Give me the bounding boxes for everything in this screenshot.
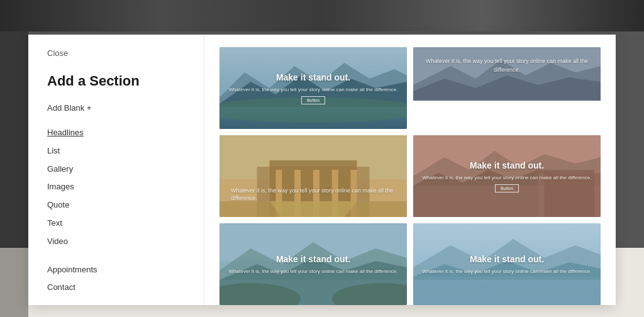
template-card-2[interactable]: Whatever it is, the way you tell your st… — [413, 47, 601, 129]
template-card-5[interactable]: Make it stand out. Whatever it is, the w… — [219, 223, 407, 305]
template-btn-1: Button — [301, 96, 325, 104]
template-image-3: Whatever it is, the way you tell your st… — [219, 135, 407, 217]
section-nav-list: Headlines List Gallery Images Quote Text… — [47, 124, 185, 297]
template-image-4: Make it stand out. Whatever it is, the w… — [413, 135, 601, 217]
template-text-1: Make it stand out. Whatever it is, the w… — [224, 67, 403, 109]
template-subtext-6: Whatever it is, the way you tell your st… — [423, 268, 592, 275]
template-subtext-1: Whatever it is, the way you tell your st… — [229, 86, 398, 93]
template-image-2: Whatever it is, the way you tell your st… — [413, 47, 601, 101]
template-headline-5: Make it stand out. — [229, 253, 398, 265]
bg-top-bar — [0, 0, 644, 31]
template-image-6: Make it stand out. Whatever it is, the w… — [413, 223, 601, 305]
template-text-5: Make it stand out. Whatever it is, the w… — [224, 248, 403, 279]
template-subtext-3: Whatever it is, the way you tell your st… — [231, 187, 402, 203]
sidebar-item-images[interactable]: Images — [47, 178, 185, 196]
sidebar-item-contact[interactable]: Contact — [47, 279, 185, 297]
template-headline-4: Make it stand out. — [423, 160, 592, 171]
template-image-1: Make it stand out. Whatever it is, the w… — [219, 47, 407, 129]
sidebar-item-video[interactable]: Video — [47, 233, 185, 251]
modal-title: Add a Section — [47, 73, 185, 89]
template-card-3[interactable]: Whatever it is, the way you tell your st… — [219, 135, 407, 217]
template-subtext-2: Whatever it is, the way you tell your st… — [418, 57, 596, 74]
template-subtext-4: Whatever it is, the way you tell your st… — [423, 174, 592, 181]
sidebar-item-quote[interactable]: Quote — [47, 196, 185, 214]
template-headline-1: Make it stand out. — [229, 72, 398, 83]
template-btn-4: Button — [495, 184, 519, 192]
sidebar-item-text[interactable]: Text — [47, 214, 185, 233]
sidebar-item-appointments[interactable]: Appointments — [47, 261, 185, 279]
close-button[interactable]: Close — [47, 48, 68, 58]
sidebar-item-list[interactable]: List — [47, 142, 185, 160]
sidebar-item-gallery[interactable]: Gallery — [47, 160, 185, 179]
template-text-4: Make it stand out. Whatever it is, the w… — [418, 155, 597, 197]
template-card-6[interactable]: Make it stand out. Whatever it is, the w… — [413, 223, 601, 305]
template-card-4[interactable]: Make it stand out. Whatever it is, the w… — [413, 135, 601, 217]
sidebar-item-headlines[interactable]: Headlines — [47, 124, 185, 142]
template-text-2: Whatever it is, the way you tell your st… — [413, 52, 601, 79]
template-card-1[interactable]: Make it stand out. Whatever it is, the w… — [219, 47, 407, 129]
add-blank-button[interactable]: Add Blank + — [47, 103, 185, 113]
template-text-6: Make it stand out. Whatever it is, the w… — [418, 248, 597, 279]
template-subtext-5: Whatever it is, the way you tell your st… — [229, 268, 398, 275]
template-text-3: Whatever it is, the way you tell your st… — [226, 182, 407, 208]
nav-divider — [47, 251, 185, 261]
templates-content-area: Make it stand out. Whatever it is, the w… — [204, 35, 616, 305]
templates-grid: Make it stand out. Whatever it is, the w… — [219, 47, 601, 305]
add-section-modal: Close Add a Section Add Blank + Headline… — [28, 35, 616, 305]
template-headline-6: Make it stand out. — [423, 253, 592, 265]
bg-left-overlay — [0, 31, 28, 317]
svg-rect-34 — [413, 280, 601, 305]
modal-sidebar: Close Add a Section Add Blank + Headline… — [28, 35, 204, 305]
template-image-5: Make it stand out. Whatever it is, the w… — [219, 223, 407, 305]
